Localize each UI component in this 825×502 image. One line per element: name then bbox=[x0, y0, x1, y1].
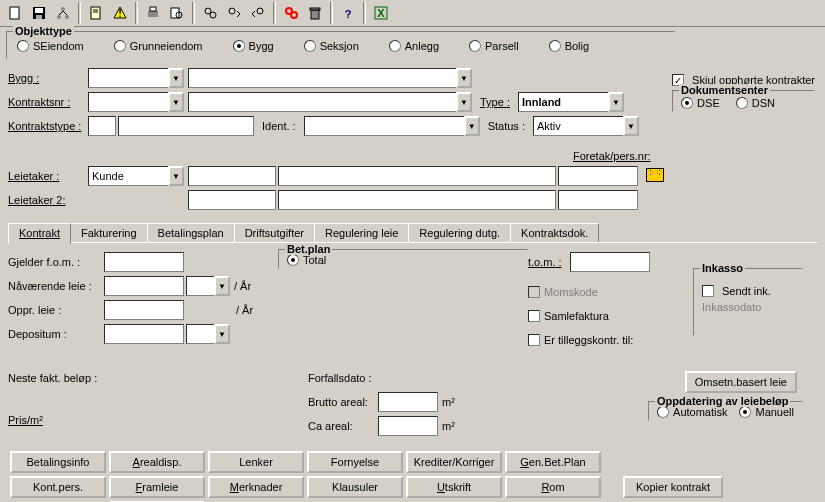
framleie-button[interactable]: Framleie bbox=[109, 476, 205, 498]
bygg-label[interactable]: Bygg : bbox=[8, 72, 88, 84]
kontraktsnr-label[interactable]: Kontraktsnr : bbox=[8, 96, 88, 108]
chevron-down-icon[interactable]: ▼ bbox=[464, 116, 480, 136]
tillegg-check[interactable] bbox=[528, 334, 540, 346]
radio-manuell[interactable]: Manuell bbox=[739, 406, 794, 418]
depositum-combo[interactable]: ▼ bbox=[186, 324, 230, 344]
leietaker-label[interactable]: Leietaker : bbox=[8, 170, 88, 182]
klausuler-button[interactable]: Klausuler bbox=[307, 476, 403, 498]
leietaker-input1[interactable] bbox=[188, 166, 276, 186]
tab-betalingsplan[interactable]: Betalingsplan bbox=[147, 223, 235, 242]
utskrift-button[interactable]: Utskrift bbox=[406, 476, 502, 498]
kontraktstype-input2[interactable] bbox=[118, 116, 254, 136]
warning-icon[interactable]: ! bbox=[109, 2, 131, 24]
gjelder-fom-input[interactable] bbox=[104, 252, 184, 272]
find-next-icon[interactable] bbox=[223, 2, 245, 24]
tom-input[interactable] bbox=[570, 252, 650, 272]
radio-bygg[interactable]: Bygg bbox=[233, 40, 274, 52]
radio-grunneiendom[interactable]: Grunneiendom bbox=[114, 40, 203, 52]
chevron-down-icon[interactable]: ▼ bbox=[214, 324, 230, 344]
delete-icon[interactable] bbox=[304, 2, 326, 24]
omsetn-button[interactable]: Omsetn.basert leie bbox=[685, 371, 797, 393]
radio-total[interactable]: Total bbox=[287, 254, 519, 266]
status-combo[interactable]: ▼ bbox=[533, 116, 639, 136]
leietaker2-label[interactable]: Leietaker 2: bbox=[8, 194, 88, 206]
chevron-down-icon[interactable]: ▼ bbox=[168, 166, 184, 186]
radio-bolig[interactable]: Bolig bbox=[549, 40, 589, 52]
foretak-input[interactable] bbox=[558, 166, 638, 186]
excel-icon[interactable]: X bbox=[370, 2, 392, 24]
betalingsinfo-button[interactable]: Betalingsinfo bbox=[10, 451, 106, 473]
sendt-ink-check[interactable]: Sendt ink. bbox=[702, 285, 794, 297]
chevron-down-icon[interactable]: ▼ bbox=[214, 276, 230, 296]
chevron-down-icon[interactable]: ▼ bbox=[608, 92, 624, 112]
find-prev-icon[interactable] bbox=[247, 2, 269, 24]
radio-parsell[interactable]: Parsell bbox=[469, 40, 519, 52]
doc-icon[interactable] bbox=[85, 2, 107, 24]
radio-automatisk[interactable]: Automatisk bbox=[657, 406, 727, 418]
merknader-button[interactable]: Merknader bbox=[208, 476, 304, 498]
bygg-combo2[interactable]: ▼ bbox=[188, 68, 472, 88]
chevron-down-icon[interactable]: ▼ bbox=[623, 116, 639, 136]
krediter-button[interactable]: Krediter/Korriger bbox=[406, 451, 502, 473]
radio-seksjon[interactable]: Seksjon bbox=[304, 40, 359, 52]
tab-regulering-leie[interactable]: Regulering leie bbox=[314, 223, 409, 242]
depositum-label: Depositum : bbox=[8, 328, 104, 340]
leietaker2-input1[interactable] bbox=[188, 190, 276, 210]
oppr-leie-input[interactable] bbox=[104, 300, 184, 320]
pris-m2-label[interactable]: Pris/m² bbox=[8, 414, 88, 426]
ca-areal-input[interactable] bbox=[378, 416, 438, 436]
leietaker2-input2[interactable] bbox=[278, 190, 556, 210]
radio-dsn[interactable]: DSN bbox=[736, 97, 775, 109]
navarende-leie-combo[interactable]: ▼ bbox=[186, 276, 230, 296]
radio-anlegg[interactable]: Anlegg bbox=[389, 40, 439, 52]
kontraktstype-label[interactable]: Kontraktstype : bbox=[8, 120, 88, 132]
find-stop-icon[interactable] bbox=[280, 2, 302, 24]
brutto-areal-input[interactable] bbox=[378, 392, 438, 412]
oppdatering-group: Oppdatering av leiebeløp Automatisk Manu… bbox=[648, 401, 803, 421]
help-icon[interactable]: ? bbox=[337, 2, 359, 24]
kontraktsnr-combo2[interactable]: ▼ bbox=[188, 92, 472, 112]
foretak-label[interactable]: Foretak/pers.nr: bbox=[573, 150, 651, 162]
right-panel: Skjul opphørte kontrakter Dokumentsenter… bbox=[672, 34, 815, 112]
tab-fakturering[interactable]: Fakturering bbox=[70, 223, 148, 242]
lenker-button[interactable]: Lenker bbox=[208, 451, 304, 473]
leietaker-type-combo[interactable]: ▼ bbox=[88, 166, 184, 186]
fornyelse-button[interactable]: Fornyelse bbox=[307, 451, 403, 473]
chevron-down-icon[interactable]: ▼ bbox=[456, 92, 472, 112]
leietaker-input2[interactable] bbox=[278, 166, 556, 186]
tab-kontraktsdok[interactable]: Kontraktsdok. bbox=[510, 223, 599, 242]
mail-icon[interactable] bbox=[646, 168, 664, 184]
tab-kontrakt[interactable]: Kontrakt bbox=[8, 223, 71, 244]
find-icon[interactable] bbox=[199, 2, 221, 24]
kontpers-button[interactable]: Kont.pers. bbox=[10, 476, 106, 498]
tab-regulering-dutg[interactable]: Regulering dutg. bbox=[408, 223, 511, 242]
tree-icon[interactable] bbox=[52, 2, 74, 24]
kontraktsnr-combo[interactable]: ▼ bbox=[88, 92, 184, 112]
chevron-down-icon[interactable]: ▼ bbox=[456, 68, 472, 88]
samlefaktura-check[interactable] bbox=[528, 310, 540, 322]
chevron-down-icon[interactable]: ▼ bbox=[168, 68, 184, 88]
chevron-down-icon[interactable]: ▼ bbox=[168, 92, 184, 112]
rom-button[interactable]: Rom bbox=[505, 476, 601, 498]
svg-rect-3 bbox=[36, 15, 42, 19]
type-label[interactable]: Type : bbox=[480, 96, 510, 108]
navarende-leie-input[interactable] bbox=[104, 276, 184, 296]
leietaker2-input3[interactable] bbox=[558, 190, 638, 210]
print-icon[interactable] bbox=[142, 2, 164, 24]
radio-dse[interactable]: DSE bbox=[681, 97, 720, 109]
type-combo[interactable]: ▼ bbox=[518, 92, 624, 112]
depositum-input[interactable] bbox=[104, 324, 184, 344]
kopier-button[interactable]: Kopier kontrakt bbox=[623, 476, 723, 498]
ident-combo[interactable]: ▼ bbox=[304, 116, 480, 136]
bygg-combo1[interactable]: ▼ bbox=[88, 68, 184, 88]
save-icon[interactable] bbox=[28, 2, 50, 24]
tab-driftsutgifter[interactable]: Driftsutgifter bbox=[234, 223, 315, 242]
preview-icon[interactable] bbox=[166, 2, 188, 24]
kontraktstype-input[interactable] bbox=[88, 116, 116, 136]
radio-seiendom[interactable]: SEiendom bbox=[17, 40, 84, 52]
svg-text:X: X bbox=[377, 7, 385, 19]
new-icon[interactable] bbox=[4, 2, 26, 24]
genbetplan-button[interactable]: Gen.Bet.Plan bbox=[505, 451, 601, 473]
arealdisp-button[interactable]: Arealdisp. bbox=[109, 451, 205, 473]
tom-label[interactable]: t.o.m. : bbox=[528, 256, 562, 268]
